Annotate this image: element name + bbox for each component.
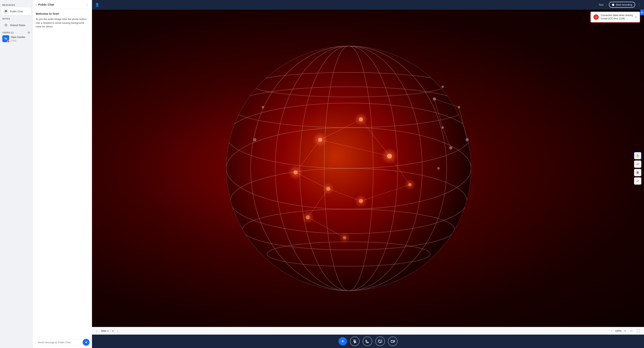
welcome-title: Welcome to Test! (36, 12, 89, 15)
session-name: Test (598, 3, 604, 6)
presentation-header: 👤 Test | Start recording ⋮ (92, 0, 644, 9)
zoom-controls: − 100% + ↔ ⛶ (610, 329, 641, 333)
slide-label: Slide 1 (100, 329, 110, 333)
svg-point-41 (306, 215, 310, 219)
error-text: Connection failed when sharing screen (I… (601, 14, 633, 20)
slide-info: Slide 1 ▼ (100, 329, 115, 333)
gear-icon[interactable]: ⚙ (28, 31, 30, 34)
slide-prev-button[interactable]: ‹ (95, 329, 98, 333)
fit-width-button[interactable]: ↔ (629, 329, 634, 333)
svg-point-62 (442, 85, 444, 88)
user-initials: Te (4, 37, 7, 40)
user-name-area: Tejas Karelia (You) (11, 35, 30, 42)
header-right: Test | Start recording ⋮ (598, 2, 641, 8)
slide-dropdown-button[interactable]: ▼ (111, 329, 115, 333)
pan-tool-button[interactable]: ✋ (634, 152, 641, 159)
globe-background (92, 9, 644, 327)
svg-rect-9 (641, 12, 643, 12)
chat-input-area (32, 336, 92, 348)
user-item: Te Tejas Karelia (You) (2, 34, 30, 43)
sidebar: MESSAGES Public Chat NOTES (0, 0, 32, 348)
messages-section-label: MESSAGES (0, 2, 32, 7)
zoom-level: 100% (615, 330, 622, 332)
user-name: Tejas Karelia (11, 36, 25, 38)
users-count-label: USERS (1) (2, 31, 14, 34)
users-header: USERS (1) ⚙ (2, 31, 30, 34)
screen-share-button[interactable] (375, 337, 385, 346)
chat-messages: Welcome to Test! To join the audio bridg… (32, 9, 92, 336)
chat-input[interactable] (35, 339, 81, 346)
chat-header: ‹ Public Chat ⋮ (32, 0, 92, 9)
sidebar-item-shared-notes[interactable]: Shared Notes (1, 21, 31, 29)
svg-rect-8 (596, 17, 596, 18)
svg-line-71 (379, 340, 382, 342)
phone-button[interactable] (363, 337, 372, 346)
bottom-toolbar: + (92, 335, 644, 348)
svg-line-73 (391, 340, 394, 343)
presentation-area: 👤 Test | Start recording ⋮ (92, 0, 644, 348)
error-close-button[interactable]: ✕ (635, 15, 637, 18)
start-recording-button[interactable]: Start recording (609, 2, 635, 8)
chat-back-button[interactable]: ‹ (36, 3, 36, 6)
error-icon (594, 14, 599, 20)
add-button[interactable]: + (338, 337, 347, 346)
slide-navigation: ‹ Slide 1 ▼ › (95, 329, 119, 333)
svg-point-59 (253, 138, 256, 141)
chat-send-button[interactable] (82, 339, 90, 346)
svg-rect-7 (596, 16, 596, 17)
error-notification: Connection failed when sharing screen (I… (590, 11, 640, 22)
add-icon: + (342, 339, 344, 344)
svg-point-43 (343, 236, 346, 239)
chat-title: Public Chat (38, 3, 85, 6)
delete-tool-button[interactable]: 🗑 (634, 169, 641, 176)
main-content: MESSAGES Public Chat NOTES (0, 0, 644, 348)
public-chat-label: Public Chat (10, 10, 22, 13)
svg-rect-11 (641, 13, 643, 13)
camera-button[interactable] (388, 337, 398, 346)
user-audio-badge (7, 40, 10, 43)
slide-next-button[interactable]: › (116, 329, 119, 333)
chat-panel: ‹ Public Chat ⋮ Welcome to Test! To join… (32, 0, 92, 348)
undo-tool-button[interactable]: ↩ (634, 160, 641, 168)
user-you-label: (You) (11, 39, 16, 42)
shared-notes-label: Shared Notes (10, 24, 25, 27)
annotate-tool-button[interactable] (634, 177, 641, 185)
user-avatar: Te (2, 35, 9, 42)
record-label: Start recording (616, 3, 632, 6)
notes-icon (4, 22, 8, 27)
globe-visualization (156, 25, 542, 311)
sidebar-item-public-chat[interactable]: Public Chat (1, 7, 31, 15)
fullscreen-button[interactable]: ⛶ (636, 329, 641, 333)
zoom-in-button[interactable]: + (623, 329, 627, 333)
side-expand-button[interactable] (640, 9, 644, 15)
zoom-out-button[interactable]: − (610, 329, 614, 333)
welcome-text: To join the audio bridge click the phone… (36, 17, 89, 28)
app-container: MESSAGES Public Chat NOTES (0, 0, 644, 348)
svg-rect-10 (641, 12, 643, 13)
chat-icon (4, 9, 8, 14)
slide-canvas: ✋ ↩ 🗑 (92, 9, 644, 327)
svg-point-57 (438, 167, 440, 169)
users-section: USERS (1) ⚙ Te (0, 29, 32, 45)
header-left: 👤 (95, 3, 99, 7)
notes-section-label: NOTES (0, 16, 32, 21)
svg-point-58 (262, 106, 264, 108)
chat-more-button[interactable]: ⋮ (85, 2, 89, 6)
drawing-tools: ✋ ↩ 🗑 (634, 152, 641, 185)
user-profile-icon[interactable]: 👤 (95, 3, 99, 7)
mute-button[interactable] (350, 337, 360, 346)
record-dot (612, 4, 614, 6)
header-more-button[interactable]: ⋮ (638, 3, 641, 7)
slide-controls: ‹ Slide 1 ▼ › − 100% + ↔ ⛶ (92, 327, 644, 335)
svg-point-61 (466, 138, 469, 141)
welcome-message: Welcome to Test! To join the audio bridg… (36, 12, 89, 28)
